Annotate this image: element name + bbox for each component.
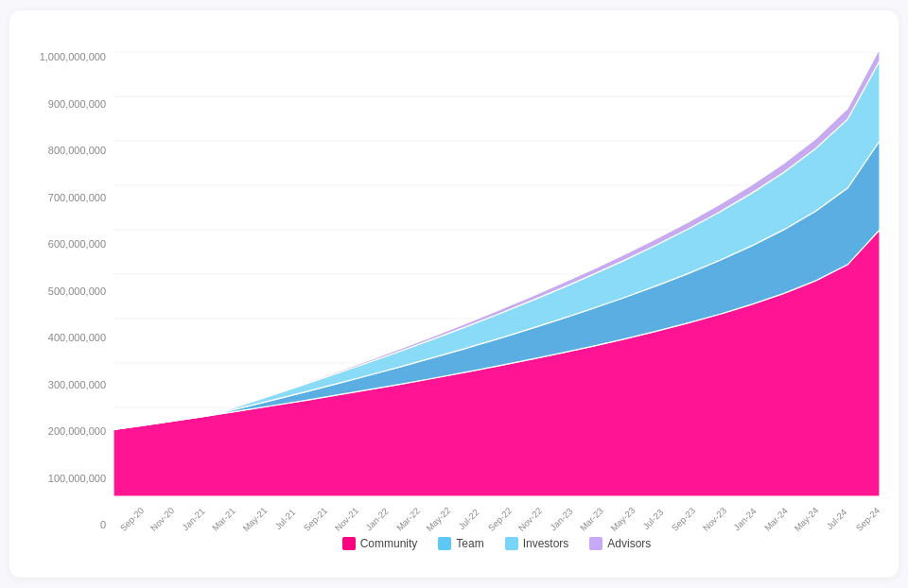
- y-axis-label: 300,000,000: [48, 380, 106, 390]
- chart-right: Sep-20Nov-20Jan-21Mar-21May-21Jul-21Sep-…: [114, 52, 880, 559]
- chart-container: 1,000,000,000900,000,000800,000,000700,0…: [9, 10, 899, 578]
- legend-item: Advisors: [589, 537, 651, 550]
- legend-label: Advisors: [607, 537, 651, 550]
- legend-color: [505, 537, 518, 550]
- y-axis-label: 200,000,000: [48, 426, 106, 437]
- x-axis: Sep-20Nov-20Jan-21Mar-21May-21Jul-21Sep-…: [114, 496, 880, 525]
- legend-item: Community: [342, 537, 418, 550]
- y-axis-label: 800,000,000: [48, 146, 106, 156]
- y-axis-label: 400,000,000: [48, 333, 106, 343]
- legend-item: Investors: [505, 537, 569, 550]
- y-axis-label: 500,000,000: [48, 286, 106, 297]
- y-axis-label: 600,000,000: [48, 239, 106, 250]
- chart-area: 1,000,000,000900,000,000800,000,000700,0…: [28, 52, 880, 559]
- main-chart-svg: [114, 52, 880, 496]
- y-axis: 1,000,000,000900,000,000800,000,000700,0…: [28, 52, 114, 559]
- legend-label: Investors: [523, 537, 569, 550]
- legend-label: Community: [360, 537, 418, 550]
- y-axis-label: 1,000,000,000: [40, 52, 106, 62]
- y-axis-label: 900,000,000: [48, 99, 106, 110]
- legend-color: [438, 537, 451, 550]
- y-axis-label: 0: [100, 520, 106, 530]
- legend-color: [342, 537, 356, 550]
- legend-color: [589, 537, 602, 550]
- legend-label: Team: [456, 537, 483, 550]
- legend: CommunityTeamInvestorsAdvisors: [114, 528, 880, 559]
- y-axis-label: 700,000,000: [48, 193, 106, 203]
- legend-item: Team: [438, 537, 483, 550]
- y-axis-label: 100,000,000: [48, 474, 106, 484]
